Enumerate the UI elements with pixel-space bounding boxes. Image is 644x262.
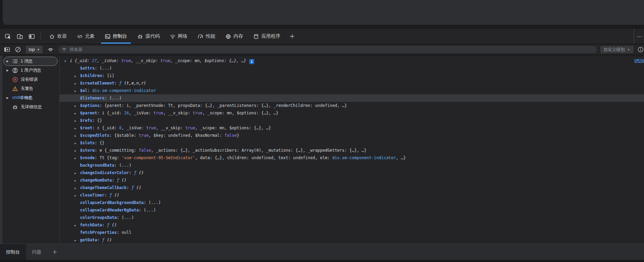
console-row: ▼i {_uid: 27, _isVue: true, __v_skip: tr… — [60, 57, 644, 64]
application-icon — [253, 34, 259, 39]
source-location-link[interactable]: VM26 — [634, 57, 644, 64]
expand-arrow-icon[interactable]: ▶ — [75, 125, 80, 132]
console-row: ▶$children: [i] — [60, 72, 644, 79]
sidebar-item[interactable]: ▶1 用户消息 — [3, 66, 58, 75]
sidebar-item[interactable]: 无警告 — [3, 84, 58, 93]
sidebar-item[interactable]: 无详细信息 — [3, 102, 58, 112]
toolbar-divider — [40, 32, 41, 40]
console-row: ▶fetchData: ƒ () — [60, 221, 644, 229]
expand-arrow-icon[interactable]: ▶ — [75, 177, 80, 185]
console-text: ƒ — [117, 178, 121, 183]
clear-console-button[interactable] — [15, 46, 21, 53]
execution-context-selector[interactable]: top ▼ — [26, 46, 43, 53]
tab-application[interactable]: 应用程序 — [248, 29, 285, 44]
console-text: () — [107, 238, 112, 242]
expand-arrow-icon[interactable]: ▶ — [75, 88, 80, 95]
expand-arrow-icon[interactable]: ▶ — [75, 237, 80, 244]
console-row: ▶$vnode: Tt {tag: 'vue-component-95-SmIn… — [60, 154, 644, 162]
tab-memory[interactable]: 内存 — [220, 29, 248, 44]
tab-home[interactable]: 欢迎 — [44, 29, 72, 44]
console-text: getData — [80, 238, 97, 242]
performance-icon — [198, 34, 203, 39]
console-text: changeIndicatorColor — [80, 170, 129, 175]
expand-arrow-icon[interactable]: ▶ — [6, 69, 12, 72]
expand-arrow-icon[interactable]: ▶ — [75, 73, 80, 80]
expand-arrow-icon[interactable]: ▶ — [75, 147, 80, 155]
tab-bug[interactable]: 源代码 — [132, 29, 165, 44]
console-row: ▶$refs: {} — [60, 117, 644, 124]
info-icon: undefined — [12, 95, 18, 101]
console-text: : — [97, 238, 102, 242]
inspect-icon[interactable] — [5, 33, 11, 40]
expand-arrow-icon[interactable]: ▶ — [75, 80, 80, 88]
console-text: ƒ — [134, 170, 139, 175]
add-drawer-tab-button[interactable] — [47, 244, 62, 260]
sidebar-item[interactable]: ▶1 消息 — [3, 57, 58, 66]
more-panels-button[interactable]: ⋯ — [634, 29, 644, 44]
console-text: : — [97, 111, 102, 115]
console-text: ƒ — [102, 238, 107, 242]
console-settings-info-icon[interactable] — [638, 46, 644, 53]
console-text: (...) — [144, 208, 156, 212]
add-panel-button[interactable] — [285, 29, 299, 44]
tab-console[interactable]: 控制台 — [100, 29, 132, 44]
console-text: i {_uid: — [70, 58, 92, 63]
expand-arrow-icon[interactable]: ▶ — [75, 117, 80, 125]
sidebar-item[interactable]: ▶undefined1 信息 — [3, 93, 58, 102]
tab-network[interactable]: 网络 — [165, 29, 193, 44]
context-label: top — [29, 47, 35, 52]
expand-arrow-icon[interactable]: ▶ — [75, 132, 80, 140]
expand-arrow-icon[interactable]: ▶ — [75, 155, 80, 162]
expand-arrow-icon[interactable]: ▶ — [75, 222, 80, 229]
log-levels-label: 自定义级别 — [604, 47, 625, 53]
console-text: , …} — [396, 155, 406, 160]
console-text: : — [112, 178, 117, 183]
tab-label: 控制台 — [113, 33, 127, 39]
console-text: ƒ — [119, 81, 124, 86]
console-text: true — [193, 111, 202, 115]
expand-arrow-icon[interactable]: ▶ — [75, 102, 80, 110]
warning-icon — [12, 86, 18, 92]
console-text: {} — [100, 141, 104, 145]
expand-arrow-icon[interactable]: ▶ — [75, 170, 80, 177]
expand-arrow-icon[interactable]: ▶ — [6, 96, 12, 99]
dock-side-icon[interactable] — [28, 33, 35, 40]
filter-input[interactable] — [69, 47, 593, 52]
console-text: ƒ — [132, 185, 136, 190]
expand-arrow-icon[interactable]: ▶ — [75, 192, 80, 200]
device-toolbar-icon[interactable] — [17, 33, 23, 40]
console-text: () — [139, 170, 143, 175]
console-text: collapseCardBackgroundData — [80, 200, 144, 205]
console-text: (...) — [122, 215, 134, 220]
console-text: $store — [80, 148, 95, 153]
drawer-tab[interactable]: 控制台 — [0, 244, 26, 260]
console-text: true — [146, 126, 156, 130]
tab-elements[interactable]: 元素 — [72, 29, 100, 44]
tab-performance[interactable]: 性能 — [193, 29, 220, 44]
collapse-arrow-icon[interactable]: ▼ — [64, 58, 70, 65]
console-text: div.sm-component-indicator — [332, 155, 396, 160]
expand-arrow-icon[interactable]: ▶ — [6, 60, 12, 63]
filter-icon — [62, 47, 67, 52]
console-row: ▶$scopedSlots: {$stable: true, $key: und… — [60, 132, 644, 139]
sidebar-item-label: 没有错误 — [21, 77, 38, 82]
sidebar-item[interactable]: 没有错误 — [3, 75, 58, 84]
console-text: ƒ — [107, 223, 112, 227]
bug-icon — [137, 34, 143, 39]
drawer-tab[interactable]: 问题 — [26, 244, 47, 260]
expand-arrow-icon[interactable]: ▶ — [75, 185, 80, 192]
console-text: true — [154, 111, 163, 115]
console-text: {parent: i, _parentVnode: Tt, propsData:… — [104, 103, 315, 108]
console-text: $root — [80, 126, 92, 130]
expand-arrow-icon[interactable]: ▶ — [75, 140, 80, 147]
create-live-expression-button[interactable] — [47, 46, 54, 53]
tab-label: 欢迎 — [57, 33, 67, 39]
info-level-badge[interactable]: i — [249, 59, 254, 64]
user-icon — [12, 68, 18, 73]
console-row: colorGroupsData: (...) — [60, 214, 644, 221]
bug-icon — [12, 104, 18, 110]
toggle-sidebar-button[interactable] — [4, 46, 10, 53]
expand-arrow-icon[interactable]: ▶ — [75, 110, 80, 117]
log-levels-dropdown[interactable]: 自定义级别 ▼ — [600, 46, 633, 53]
console-text: : — [92, 126, 97, 130]
